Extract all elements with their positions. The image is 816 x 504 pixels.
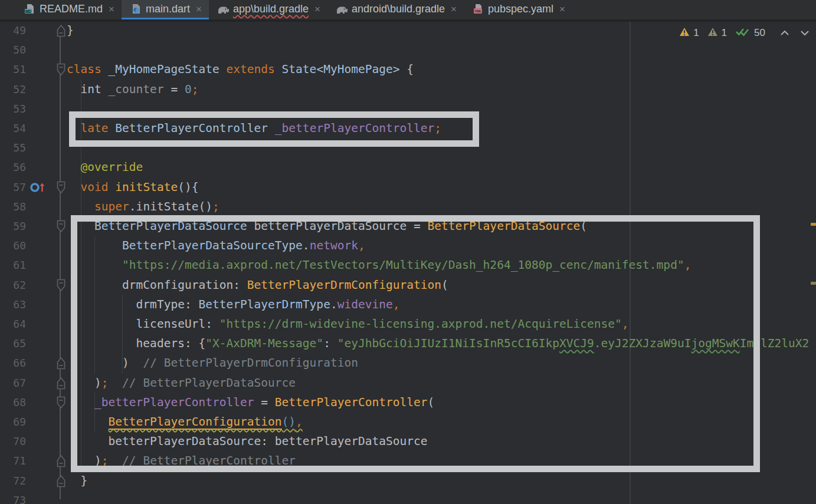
- tab-label: android\build.gradle: [352, 3, 445, 15]
- code-line-57: void initState(){: [67, 177, 198, 197]
- tab-label: app\build.gradle: [233, 3, 309, 15]
- code-line-72: }: [67, 471, 87, 490]
- line-number: 61: [0, 255, 26, 275]
- editor-tab-bar: MDREADME.md×main.dart×app\build.gradle×a…: [0, 0, 816, 19]
- code-line-49: }: [67, 21, 74, 40]
- gutter-fold-line: [60, 34, 61, 499]
- error-stripe-mark[interactable]: [811, 223, 816, 226]
- tab-main-dart[interactable]: main.dart×: [122, 0, 209, 19]
- line-number: 63: [0, 295, 26, 314]
- fold-end-icon[interactable]: [57, 475, 65, 487]
- line-number: 55: [0, 138, 26, 157]
- line-number: 68: [0, 393, 26, 412]
- code-line-58: super.initState();: [67, 197, 219, 216]
- tab-android-build-gradle[interactable]: android\build.gradle×: [327, 0, 464, 19]
- gradle-file-icon: [336, 4, 348, 14]
- code-line-56: @override: [67, 157, 143, 177]
- fold-start-icon[interactable]: [57, 279, 65, 292]
- annotation-box-2: [71, 215, 760, 472]
- code-editor[interactable]: 4950515253545556575859606162636465666768…: [0, 22, 816, 504]
- tab-pubspec-yaml[interactable]: YMLpubspec.yaml×: [464, 0, 572, 19]
- line-number: 60: [0, 236, 26, 255]
- line-number: 52: [0, 80, 26, 99]
- fold-start-icon[interactable]: [57, 181, 65, 194]
- next-problem-chevron-down-icon[interactable]: [799, 29, 810, 37]
- fold-end-icon[interactable]: [57, 357, 65, 370]
- line-number: 49: [0, 21, 26, 40]
- warning-count: 1: [693, 27, 699, 39]
- line-number: 67: [0, 373, 26, 393]
- line-number: 53: [0, 99, 26, 118]
- annotation-box-1: [69, 111, 479, 147]
- weak-warning-count: 1: [722, 27, 727, 39]
- line-number: 51: [0, 60, 26, 79]
- tab-readme-md[interactable]: MDREADME.md×: [15, 0, 122, 19]
- close-icon[interactable]: ×: [109, 4, 114, 14]
- tab-label: main.dart: [146, 3, 190, 15]
- error-stripe-mark[interactable]: [811, 282, 816, 285]
- checks-passed-count: 50: [754, 27, 765, 39]
- line-number: 72: [0, 471, 26, 490]
- fold-end-icon[interactable]: [57, 24, 65, 37]
- tab-label: README.md: [40, 3, 103, 15]
- dart-file-icon: [130, 4, 142, 14]
- checks-passed-icon: [735, 27, 751, 39]
- fold-start-icon[interactable]: [57, 63, 65, 76]
- close-icon[interactable]: ×: [559, 4, 565, 14]
- tab-app-build-gradle[interactable]: app\build.gradle×: [209, 0, 327, 19]
- line-number: 59: [0, 216, 26, 236]
- previous-problem-chevron-up-icon[interactable]: [779, 29, 790, 37]
- fold-start-icon[interactable]: [57, 396, 65, 409]
- line-number: 64: [0, 314, 26, 334]
- fold-end-icon[interactable]: [57, 454, 65, 467]
- line-number: 69: [0, 412, 26, 431]
- line-number: 65: [0, 334, 26, 353]
- svg-text:MD: MD: [25, 9, 31, 14]
- fold-start-icon[interactable]: [57, 220, 65, 233]
- warning-icon: [679, 27, 690, 39]
- close-icon[interactable]: ×: [451, 4, 457, 14]
- md-file-icon: MD: [24, 4, 35, 14]
- code-line-51: class _MyHomePageState extends State<MyH…: [67, 60, 414, 79]
- gradle-file-icon: [217, 4, 229, 14]
- svg-text:YML: YML: [474, 9, 482, 13]
- override-method-icon[interactable]: [29, 180, 47, 193]
- code-line-52: int _counter = 0;: [67, 80, 198, 99]
- yaml-file-icon: YML: [472, 4, 484, 14]
- tab-label: pubspec.yaml: [488, 3, 553, 15]
- line-number: 73: [0, 490, 26, 504]
- line-number: 57: [0, 177, 26, 197]
- close-icon[interactable]: ×: [314, 4, 320, 14]
- line-number: 71: [0, 451, 26, 470]
- line-number: 54: [0, 118, 26, 138]
- weak-warning-icon: [707, 27, 718, 39]
- line-number: 62: [0, 275, 26, 295]
- line-number: 56: [0, 157, 26, 177]
- line-number: 70: [0, 431, 26, 451]
- close-icon[interactable]: ×: [196, 4, 202, 14]
- line-number: 58: [0, 197, 26, 216]
- fold-end-icon[interactable]: [57, 377, 65, 390]
- inspections-widget[interactable]: 1 1 50: [679, 27, 810, 39]
- line-number: 50: [0, 40, 26, 60]
- line-number: 66: [0, 353, 26, 373]
